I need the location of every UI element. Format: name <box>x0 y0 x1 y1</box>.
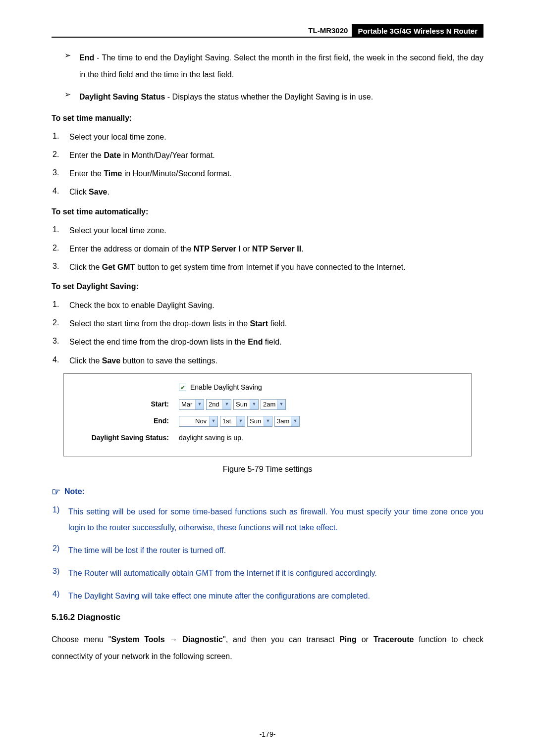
chevron-down-icon: ▼ <box>250 400 258 409</box>
start-time-dropdown[interactable]: 2am▼ <box>261 399 286 410</box>
manual-heading: To set time manually: <box>52 112 483 124</box>
start-label: Start: <box>64 399 179 409</box>
list-item: Select the start time from the drop-down… <box>69 317 483 330</box>
list-item: Select the end time from the drop-down l… <box>69 335 483 349</box>
diagnostic-paragraph: Choose menu "System Tools → Diagnostic",… <box>52 631 483 664</box>
list-item: Enter the Time in Hour/Minute/Second for… <box>69 167 483 180</box>
end-day-dropdown[interactable]: Sun▼ <box>247 416 272 427</box>
chevron-down-icon: ▼ <box>277 400 285 409</box>
end-month-dropdown[interactable]: Nov▼ <box>179 416 218 427</box>
bullet-end-text: End - The time to end the Daylight Savin… <box>79 50 483 83</box>
chevron-down-icon: ▼ <box>222 400 231 409</box>
diagnostic-heading: 5.16.2 Diagnostic <box>52 611 483 624</box>
bullet-marker-icon: ➢ <box>64 50 79 83</box>
list-item: Check the box to enable Daylight Saving. <box>69 299 483 312</box>
end-time-dropdown[interactable]: 3am▼ <box>274 416 300 427</box>
bullet-end: ➢ End - The time to end the Daylight Sav… <box>52 50 483 83</box>
list-item: Enter the Date in Month/Day/Year format. <box>69 149 483 162</box>
chevron-down-icon: ▼ <box>264 416 272 426</box>
list-item: Click the Save button to save the settin… <box>69 354 483 367</box>
note-text: The Daylight Saving will take effect one… <box>68 588 483 604</box>
list-item: Click Save. <box>69 185 483 199</box>
end-week-dropdown[interactable]: 1st▼ <box>220 416 245 427</box>
start-day-dropdown[interactable]: Sun▼ <box>233 399 259 410</box>
note-heading: ☞ Note: <box>52 484 483 499</box>
list-item: Click the Get GMT button to get system t… <box>69 260 483 274</box>
page-number: -179- <box>52 729 483 740</box>
chevron-down-icon: ▼ <box>291 416 299 426</box>
chevron-down-icon: ▼ <box>209 416 217 426</box>
hand-icon: ☞ <box>52 484 60 499</box>
status-value: daylight saving is up. <box>179 433 243 443</box>
dst-heading: To set Daylight Saving: <box>52 281 483 293</box>
note-text: The time will be lost if the router is t… <box>68 543 483 558</box>
doc-title: Portable 3G/4G Wireless N Router <box>352 24 483 37</box>
figure-caption: Figure 5-79 Time settings <box>52 463 483 475</box>
start-month-dropdown[interactable]: Mar▼ <box>179 399 204 410</box>
bullet-dss-text: Daylight Saving Status - Displays the st… <box>79 89 483 105</box>
bullet-dss: ➢ Daylight Saving Status - Displays the … <box>52 89 483 105</box>
list-item: Select your local time zone. <box>69 224 483 237</box>
daylight-saving-checkbox[interactable]: ✔ <box>179 384 186 391</box>
list-item: Enter the address or domain of the NTP S… <box>69 242 483 255</box>
time-settings-figure: ✔ Enable Daylight Saving Start: Mar▼ 2nd… <box>63 373 472 456</box>
daylight-saving-label: Enable Daylight Saving <box>190 382 262 393</box>
note-text: The Router will automatically obtain GMT… <box>68 565 483 581</box>
chevron-down-icon: ▼ <box>195 400 204 409</box>
model-number: TL-MR3020 <box>304 24 352 38</box>
end-label: End: <box>64 416 179 426</box>
doc-header: TL-MR3020 Portable 3G/4G Wireless N Rout… <box>52 25 483 38</box>
status-label: Daylight Saving Status: <box>64 433 179 443</box>
note-text: This setting will be used for some time-… <box>68 504 483 536</box>
auto-heading: To set time automatically: <box>52 206 483 218</box>
bullet-marker-icon: ➢ <box>64 89 79 105</box>
start-week-dropdown[interactable]: 2nd▼ <box>206 399 231 410</box>
list-item: Select your local time zone. <box>69 130 483 144</box>
chevron-down-icon: ▼ <box>236 416 245 426</box>
